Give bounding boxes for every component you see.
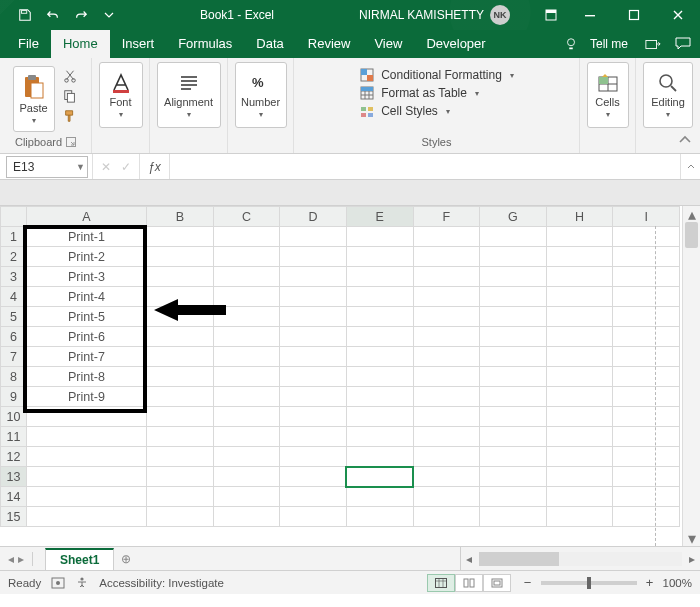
- cell-A7[interactable]: Print-7: [26, 347, 146, 367]
- redo-icon[interactable]: [70, 4, 92, 26]
- save-icon[interactable]: [14, 4, 36, 26]
- row-header-3[interactable]: 3: [1, 267, 27, 287]
- cell-C4[interactable]: [213, 287, 280, 307]
- cell-G8[interactable]: [480, 367, 547, 387]
- enter-formula-icon[interactable]: ✓: [121, 160, 131, 174]
- cell-B1[interactable]: [147, 227, 214, 247]
- cell-B7[interactable]: [147, 347, 214, 367]
- row-header-10[interactable]: 10: [1, 407, 27, 427]
- cell-E4[interactable]: [346, 287, 413, 307]
- cell-A9[interactable]: Print-9: [26, 387, 146, 407]
- cell-B3[interactable]: [147, 267, 214, 287]
- zoom-out-button[interactable]: −: [521, 575, 535, 590]
- cell-H1[interactable]: [546, 227, 613, 247]
- cell-G2[interactable]: [480, 247, 547, 267]
- cell-C11[interactable]: [213, 427, 280, 447]
- cell-B13[interactable]: [147, 467, 214, 487]
- cell-B6[interactable]: [147, 327, 214, 347]
- tab-developer[interactable]: Developer: [414, 30, 497, 58]
- cell-G4[interactable]: [480, 287, 547, 307]
- cell-H14[interactable]: [546, 487, 613, 507]
- cell-F4[interactable]: [413, 287, 480, 307]
- cell-B4[interactable]: [147, 287, 214, 307]
- cell-I14[interactable]: [613, 487, 680, 507]
- cell-G14[interactable]: [480, 487, 547, 507]
- row-header-9[interactable]: 9: [1, 387, 27, 407]
- cell-D13[interactable]: [280, 467, 347, 487]
- cell-H7[interactable]: [546, 347, 613, 367]
- row-header-4[interactable]: 4: [1, 287, 27, 307]
- cell-G3[interactable]: [480, 267, 547, 287]
- cancel-formula-icon[interactable]: ✕: [101, 160, 111, 174]
- cell-A10[interactable]: [26, 407, 146, 427]
- row-header-1[interactable]: 1: [1, 227, 27, 247]
- cell-H8[interactable]: [546, 367, 613, 387]
- cell-H3[interactable]: [546, 267, 613, 287]
- row-header-7[interactable]: 7: [1, 347, 27, 367]
- scroll-down-icon[interactable]: ▾: [683, 530, 700, 546]
- cell-C12[interactable]: [213, 447, 280, 467]
- vertical-scrollbar[interactable]: ▴ ▾: [682, 206, 700, 546]
- cell-I6[interactable]: [613, 327, 680, 347]
- cell-D1[interactable]: [280, 227, 347, 247]
- cell-A6[interactable]: Print-6: [26, 327, 146, 347]
- col-header-D[interactable]: D: [280, 207, 347, 227]
- zoom-value[interactable]: 100%: [663, 577, 692, 589]
- worksheet-grid[interactable]: A B C D E F G H I 1Print-12Print-23Print…: [0, 206, 682, 546]
- cell-A2[interactable]: Print-2: [26, 247, 146, 267]
- zoom-in-button[interactable]: +: [643, 575, 657, 590]
- cell-G5[interactable]: [480, 307, 547, 327]
- cell-F15[interactable]: [413, 507, 480, 527]
- cell-I13[interactable]: [613, 467, 680, 487]
- macro-record-icon[interactable]: [51, 576, 65, 590]
- cell-A3[interactable]: Print-3: [26, 267, 146, 287]
- row-header-11[interactable]: 11: [1, 427, 27, 447]
- cut-icon[interactable]: [61, 68, 79, 84]
- tab-file[interactable]: File: [6, 30, 51, 58]
- cell-B15[interactable]: [147, 507, 214, 527]
- minimize-button[interactable]: [568, 0, 612, 30]
- format-painter-icon[interactable]: [61, 108, 79, 124]
- scroll-track[interactable]: [683, 222, 700, 530]
- sheet-nav-prev-icon[interactable]: ◂: [8, 552, 14, 566]
- tab-formulas[interactable]: Formulas: [166, 30, 244, 58]
- cell-styles-button[interactable]: Cell Styles▾: [359, 104, 450, 118]
- row-header-5[interactable]: 5: [1, 307, 27, 327]
- cell-E12[interactable]: [346, 447, 413, 467]
- scroll-left-icon[interactable]: ◂: [461, 552, 477, 566]
- cell-B8[interactable]: [147, 367, 214, 387]
- undo-icon[interactable]: [42, 4, 64, 26]
- maximize-button[interactable]: [612, 0, 656, 30]
- cell-I5[interactable]: [613, 307, 680, 327]
- cell-C8[interactable]: [213, 367, 280, 387]
- cell-E1[interactable]: [346, 227, 413, 247]
- col-header-H[interactable]: H: [546, 207, 613, 227]
- cell-C14[interactable]: [213, 487, 280, 507]
- zoom-knob[interactable]: [587, 577, 591, 589]
- cell-D7[interactable]: [280, 347, 347, 367]
- scroll-thumb[interactable]: [685, 222, 698, 248]
- hscroll-thumb[interactable]: [479, 552, 559, 566]
- collapse-ribbon-icon[interactable]: [676, 131, 694, 149]
- cell-G11[interactable]: [480, 427, 547, 447]
- cell-A14[interactable]: [26, 487, 146, 507]
- cell-C3[interactable]: [213, 267, 280, 287]
- cell-D2[interactable]: [280, 247, 347, 267]
- cell-H12[interactable]: [546, 447, 613, 467]
- user-account[interactable]: NIRMAL KAMISHETTY NK: [359, 5, 510, 25]
- dialog-launcher-icon[interactable]: [66, 137, 76, 147]
- cell-B5[interactable]: [147, 307, 214, 327]
- cell-F6[interactable]: [413, 327, 480, 347]
- cell-F12[interactable]: [413, 447, 480, 467]
- formula-input[interactable]: [169, 154, 680, 179]
- col-header-E[interactable]: E: [346, 207, 413, 227]
- editing-button[interactable]: Editing ▾: [643, 62, 693, 128]
- cell-D15[interactable]: [280, 507, 347, 527]
- cell-B12[interactable]: [147, 447, 214, 467]
- alignment-button[interactable]: Alignment ▾: [157, 62, 221, 128]
- cell-G6[interactable]: [480, 327, 547, 347]
- tab-home[interactable]: Home: [51, 30, 110, 58]
- cell-F11[interactable]: [413, 427, 480, 447]
- cell-A4[interactable]: Print-4: [26, 287, 146, 307]
- copy-icon[interactable]: [61, 88, 79, 104]
